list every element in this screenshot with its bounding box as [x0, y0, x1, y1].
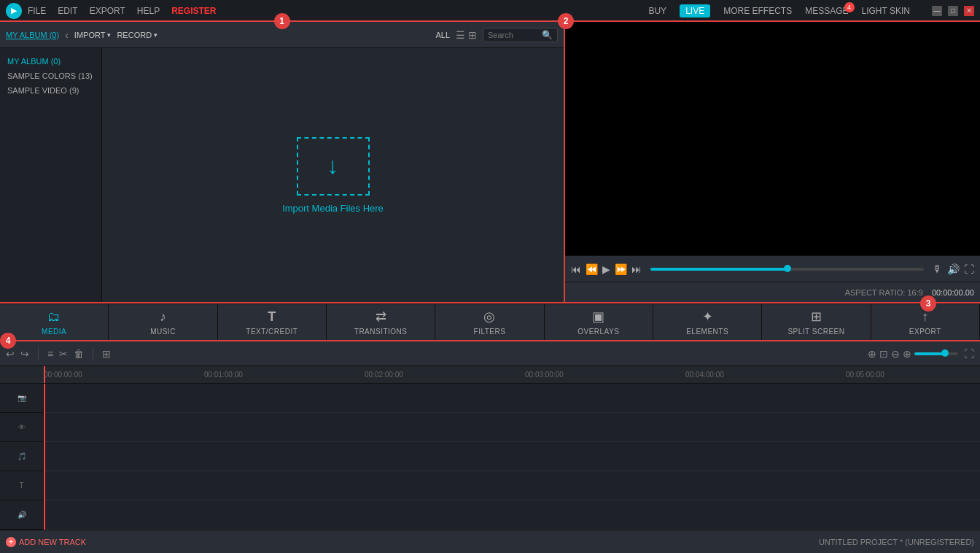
app-logo: ▶ — [6, 3, 22, 19]
track-label-video: 📷 — [0, 384, 43, 413]
timeline-toolbar: ↩ ↪ ≡ ✂ 🗑 ⊞ ⊕ ⊡ ⊖ ⊕ ⛶ — [0, 341, 980, 366]
ruler-mark-4: 00:04:00:00 — [685, 371, 724, 379]
menu-register[interactable]: REGISTER — [171, 6, 216, 16]
ruler-mark-0: 00:00:00:00 — [44, 371, 82, 379]
grid-view-button[interactable]: ⊞ — [468, 29, 477, 41]
toolbar-separator-2 — [93, 347, 93, 360]
search-input[interactable] — [488, 31, 539, 39]
export-tab-label: EXPORT — [909, 328, 941, 336]
media-drop-zone[interactable]: ↓ Import Media Files Here — [102, 48, 564, 302]
zoom-fit-button[interactable]: ⊡ — [879, 348, 888, 360]
filters-tab-label: FILTERS — [474, 328, 506, 336]
media-panel: 1 MY ALBUM (0) ‹ IMPORT ▾ RECORD ▾ ALL ☰… — [0, 22, 565, 302]
volume-icon[interactable]: 🔊 — [947, 263, 960, 275]
add-track-label: ADD NEW TRACK — [19, 538, 86, 546]
section-badge-1: 1 — [274, 13, 290, 29]
delete-button[interactable]: 🗑 — [74, 348, 84, 360]
tab-overlays[interactable]: ▣ OVERLAYS — [545, 304, 653, 340]
split-screen-tab-icon: ⊞ — [811, 309, 822, 325]
music-tab-label: MUSIC — [150, 328, 176, 336]
step-back-button[interactable]: ⏪ — [586, 263, 598, 275]
close-button[interactable]: ✕ — [964, 6, 974, 16]
light-skin-button[interactable]: LIGHT SKIN — [858, 4, 914, 18]
overlays-tab-label: OVERLAYS — [578, 328, 619, 336]
more-effects-button[interactable]: MORE EFFECTS — [719, 4, 796, 18]
progress-bar[interactable] — [650, 268, 924, 271]
track-row-sound — [44, 500, 980, 530]
mic-icon[interactable]: 🎙 — [933, 263, 943, 275]
fullscreen-icon[interactable]: ⛶ — [964, 263, 974, 275]
skip-start-button[interactable]: ⏮ — [571, 263, 581, 275]
track-label-sound: 🔊 — [0, 500, 43, 530]
list-view-button[interactable]: ☰ — [456, 29, 465, 41]
plus-icon: + — [6, 537, 16, 547]
progress-fill — [650, 268, 788, 271]
main-layout: 1 MY ALBUM (0) ‹ IMPORT ▾ RECORD ▾ ALL ☰… — [0, 22, 980, 553]
preview-controls: ⏮ ⏪ ▶ ⏩ ⏭ 🎙 🔊 ⛶ — [565, 255, 980, 282]
import-button[interactable]: IMPORT ▾ — [74, 31, 112, 39]
menu-help[interactable]: HELP — [137, 6, 160, 16]
add-track-button[interactable]: + ADD NEW TRACK — [6, 537, 86, 547]
preview-panel: 2 ⏮ ⏪ ▶ ⏩ ⏭ 🎙 🔊 ⛶ — [565, 22, 980, 302]
tab-text-credit[interactable]: T TEXT/CREDIT — [218, 304, 327, 340]
zoom-plus-button[interactable]: ⊕ — [903, 348, 911, 360]
project-status: UNTITLED PROJECT * (UNREGISTERED) — [819, 538, 974, 546]
live-button[interactable]: LIVE — [680, 4, 710, 18]
tab-media[interactable]: 🗂 MEDIA — [0, 304, 109, 340]
skip-end-button[interactable]: ⏭ — [631, 263, 642, 275]
track-area[interactable] — [44, 384, 980, 530]
redo-button[interactable]: ↪ — [20, 348, 29, 360]
maximize-button[interactable]: □ — [948, 6, 958, 16]
time-progress — [646, 268, 928, 271]
zoom-slider[interactable] — [914, 352, 958, 355]
overlays-tab-icon: ▣ — [592, 309, 604, 325]
play-button[interactable]: ▶ — [602, 263, 610, 275]
split-button[interactable]: ⊞ — [102, 348, 111, 360]
sidebar-item-sample-colors[interactable]: SAMPLE COLORS (13) — [0, 69, 101, 83]
fullscreen-timeline-button[interactable]: ⛶ — [964, 348, 974, 360]
record-button[interactable]: RECORD ▾ — [117, 31, 158, 39]
tab-elements[interactable]: ✦ ELEMENTS — [653, 304, 762, 340]
track-row-audio — [44, 442, 980, 471]
timeline-section: 4 ↩ ↪ ≡ ✂ 🗑 ⊞ ⊕ ⊡ ⊖ ⊕ ⛶ — [0, 341, 980, 553]
timeline-ruler: 00:00:00:00 00:01:00:00 00:02:00:00 00:0… — [0, 366, 980, 384]
tab-split-screen[interactable]: ⊞ SPLIT SCREEN — [762, 304, 871, 340]
all-label: ALL — [435, 31, 450, 39]
ruler-mark-2: 00:02:00:00 — [365, 371, 403, 379]
minimize-button[interactable]: — — [932, 6, 942, 16]
tab-filters[interactable]: ◎ FILTERS — [435, 304, 544, 340]
cut-button[interactable]: ✂ — [59, 348, 68, 360]
zoom-in-button[interactable]: ⊕ — [868, 348, 876, 360]
menu-export[interactable]: EXPORT — [90, 6, 125, 16]
filters-tab-icon: ◎ — [483, 309, 495, 325]
timecode-display: 00:00:00.00 — [932, 288, 974, 297]
message-button[interactable]: MESSAGE 4 — [805, 6, 848, 16]
properties-button[interactable]: ≡ — [47, 348, 53, 360]
search-box: 🔍 — [483, 28, 558, 42]
zoom-out-button[interactable]: ⊖ — [891, 348, 900, 360]
ruler-mark-1: 00:01:00:00 — [204, 371, 243, 379]
tab-transitions[interactable]: ⇄ TRANSITIONS — [327, 304, 435, 340]
tool-tabs: 3 🗂 MEDIA ♪ MUSIC T TEXT/CREDIT ⇄ TRANSI… — [0, 303, 980, 341]
track-labels: 📷 👁 🎵 T 🔊 — [0, 384, 44, 530]
sidebar-item-sample-video[interactable]: SAMPLE VIDEO (9) — [0, 83, 101, 98]
step-forward-button[interactable]: ⏩ — [615, 263, 627, 275]
menu-edit[interactable]: EDIT — [58, 6, 77, 16]
track-row-overlay — [44, 413, 980, 442]
tab-music[interactable]: ♪ MUSIC — [109, 304, 217, 340]
ruler-mark-3: 00:03:00:00 — [525, 371, 564, 379]
section-badge-4: 4 — [0, 333, 16, 349]
buy-button[interactable]: BUY — [644, 4, 671, 18]
section-badge-2: 2 — [558, 13, 574, 29]
section-badge-3: 3 — [920, 295, 936, 312]
right-controls: BUY LIVE MORE EFFECTS MESSAGE 4 LIGHT SK… — [644, 4, 974, 18]
back-button[interactable]: ‹ — [65, 29, 69, 41]
split-screen-tab-label: SPLIT SCREEN — [788, 328, 844, 336]
transitions-tab-icon: ⇄ — [376, 309, 386, 325]
sidebar-item-my-album[interactable]: MY ALBUM (0) — [0, 54, 101, 69]
menu-file[interactable]: FILE — [28, 6, 46, 16]
undo-button[interactable]: ↩ — [6, 348, 15, 360]
menu-items: FILE EDIT EXPORT HELP REGISTER — [28, 6, 644, 16]
album-label[interactable]: MY ALBUM (0) — [6, 31, 59, 39]
drop-text: Import Media Files Here — [282, 203, 384, 214]
